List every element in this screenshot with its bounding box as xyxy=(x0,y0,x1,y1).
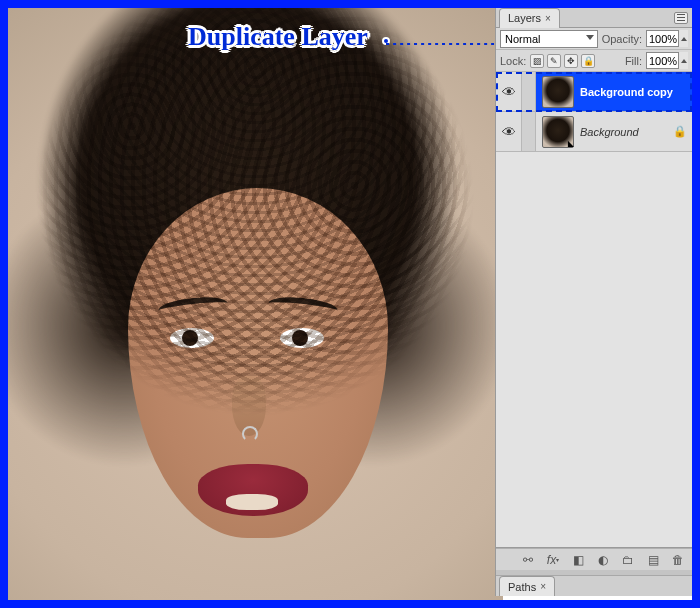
tab-paths[interactable]: Paths × xyxy=(499,576,555,596)
visibility-eye-icon[interactable]: 👁 xyxy=(502,84,516,100)
group-icon[interactable]: 🗀 xyxy=(620,552,636,568)
link-layers-icon[interactable]: ⚯ xyxy=(520,552,536,568)
lock-paint-icon[interactable]: ✎ xyxy=(547,54,561,68)
lock-position-icon[interactable]: ✥ xyxy=(564,54,578,68)
panel-tabbar: Layers × xyxy=(496,8,692,28)
chevron-down-icon xyxy=(586,35,594,40)
lock-fill-row: Lock: ▨ ✎ ✥ 🔒 Fill: 100% xyxy=(496,50,692,72)
layer-thumbnail[interactable] xyxy=(542,116,574,148)
fill-stepper[interactable] xyxy=(678,52,688,69)
layer-row-background[interactable]: 👁 Background 🔒 xyxy=(496,112,692,152)
layer-name-label: Background xyxy=(580,126,639,138)
adjustment-layer-icon[interactable]: ◐ xyxy=(595,552,611,568)
opacity-stepper[interactable] xyxy=(678,30,688,47)
visibility-eye-icon[interactable]: 👁 xyxy=(502,124,516,140)
link-column[interactable] xyxy=(522,112,536,151)
layers-panel-footer: ⚯ fx▾ ◧ ◐ 🗀 ▤ 🗑 xyxy=(496,548,692,570)
tab-layers-label: Layers xyxy=(508,12,541,24)
close-icon[interactable]: × xyxy=(540,581,546,592)
paths-panel-tabbar: Paths × xyxy=(496,576,692,596)
opacity-input[interactable]: 100% xyxy=(646,30,688,47)
layers-list: 👁 Background copy 👁 Background 🔒 xyxy=(496,72,692,548)
lock-all-icon[interactable]: 🔒 xyxy=(581,54,595,68)
fill-input[interactable]: 100% xyxy=(646,52,688,69)
layer-row-background-copy[interactable]: 👁 Background copy xyxy=(496,72,692,112)
fill-label: Fill: xyxy=(625,55,642,67)
layer-name-label: Background copy xyxy=(580,86,673,98)
new-layer-icon[interactable]: ▤ xyxy=(645,552,661,568)
layers-panel: Layers × Normal Opacity: 100% Lock: ▨ ✎ … xyxy=(495,8,692,596)
opacity-value: 100% xyxy=(649,33,677,45)
layer-mask-icon[interactable]: ◧ xyxy=(570,552,586,568)
blend-mode-select[interactable]: Normal xyxy=(500,30,598,48)
panel-menu-button[interactable] xyxy=(674,12,688,24)
canvas-area[interactable] xyxy=(8,8,503,600)
lock-label: Lock: xyxy=(500,55,526,67)
layer-thumbnail[interactable] xyxy=(542,76,574,108)
link-column[interactable] xyxy=(522,72,536,111)
layer-effects-icon[interactable]: fx▾ xyxy=(545,552,561,568)
blend-mode-value: Normal xyxy=(505,33,540,45)
blend-opacity-row: Normal Opacity: 100% xyxy=(496,28,692,50)
lock-transparent-icon[interactable]: ▨ xyxy=(530,54,544,68)
annotation-label: Duplicate Layer xyxy=(188,22,368,52)
delete-layer-icon[interactable]: 🗑 xyxy=(670,552,686,568)
tab-layers[interactable]: Layers × xyxy=(499,8,560,28)
fill-value: 100% xyxy=(649,55,677,67)
lock-icon: 🔒 xyxy=(673,125,687,138)
opacity-label: Opacity: xyxy=(602,33,642,45)
tab-paths-label: Paths xyxy=(508,581,536,593)
annotation-dot xyxy=(382,37,390,45)
close-icon[interactable]: × xyxy=(545,13,551,24)
